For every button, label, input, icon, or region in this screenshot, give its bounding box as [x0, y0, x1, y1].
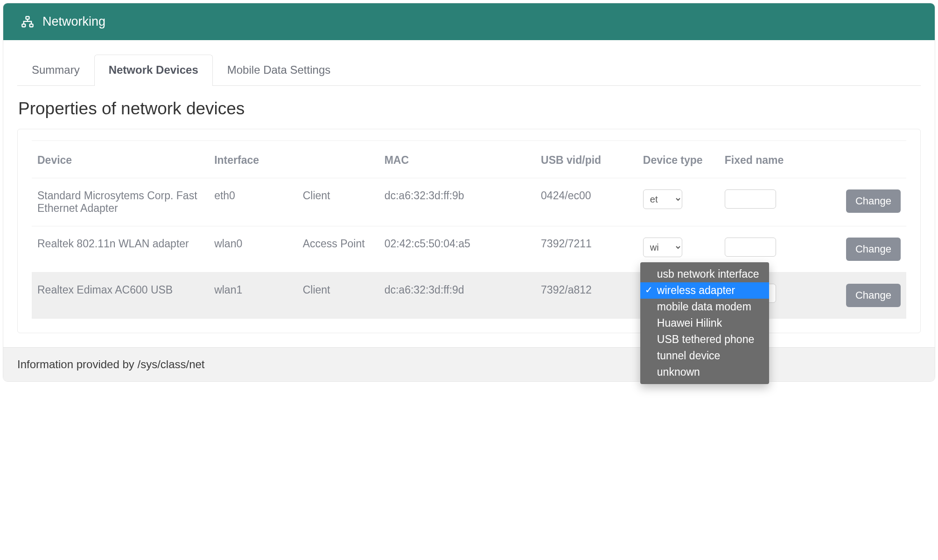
change-button[interactable]: Change: [846, 238, 901, 261]
device-type-select[interactable]: et: [643, 189, 682, 209]
cell-device: Realtek 802.11n WLAN adapter: [32, 226, 209, 273]
cell-name: [719, 178, 810, 226]
cell-mac: dc:a6:32:3d:ff:9b: [379, 178, 535, 226]
devices-table: Device Interface MAC USB vid/pid Device …: [32, 140, 906, 319]
col-header-usb: USB vid/pid: [535, 141, 637, 178]
col-header-type: Device type: [637, 141, 719, 178]
cell-interface: wlan0: [209, 226, 297, 273]
tab-mobile-data-settings[interactable]: Mobile Data Settings: [213, 55, 345, 86]
cell-interface: wlan1: [209, 273, 297, 319]
cell-action: Change: [810, 226, 906, 273]
cell-mode: Access Point: [297, 226, 379, 273]
col-header-action: [810, 141, 906, 178]
section-title: Properties of network devices: [18, 99, 921, 119]
tab-network-devices[interactable]: Network Devices: [94, 55, 213, 86]
col-header-interface: Interface: [209, 141, 297, 178]
dropdown-option[interactable]: mobile data modem: [640, 299, 770, 315]
cell-mode: Client: [297, 273, 379, 319]
table-row: Realtek 802.11n WLAN adapterwlan0Access …: [32, 226, 906, 273]
dropdown-option[interactable]: Huawei Hilink: [640, 315, 770, 331]
svg-rect-0: [26, 16, 29, 19]
cell-action: Change: [810, 273, 906, 319]
dropdown-option[interactable]: wireless adapter: [640, 282, 770, 299]
cell-action: Change: [810, 178, 906, 226]
device-type-select[interactable]: wi: [643, 238, 682, 257]
fixed-name-input[interactable]: [725, 238, 776, 257]
cell-type: et: [637, 178, 719, 226]
col-header-mode: [297, 141, 379, 178]
footer-text: Information provided by /sys/class/net: [3, 347, 935, 381]
cell-mode: Client: [297, 178, 379, 226]
col-header-name: Fixed name: [719, 141, 810, 178]
fixed-name-input[interactable]: [725, 189, 776, 209]
device-type-dropdown[interactable]: usb network interfacewireless adaptermob…: [640, 262, 770, 384]
dropdown-option[interactable]: tunnel device: [640, 348, 770, 364]
table-row: Realtex Edimax AC600 USBwlan1Clientdc:a6…: [32, 273, 906, 319]
devices-panel: Device Interface MAC USB vid/pid Device …: [17, 129, 921, 333]
cell-interface: eth0: [209, 178, 297, 226]
cell-usb: 7392/a812: [535, 273, 637, 319]
dropdown-option[interactable]: USB tethered phone: [640, 331, 770, 348]
cell-usb: 7392/7211: [535, 226, 637, 273]
cell-usb: 0424/ec00: [535, 178, 637, 226]
cell-mac: 02:42:c5:50:04:a5: [379, 226, 535, 273]
table-row: Standard Microsytems Corp. Fast Ethernet…: [32, 178, 906, 226]
svg-rect-1: [22, 24, 25, 27]
tabs: SummaryNetwork DevicesMobile Data Settin…: [17, 54, 921, 86]
change-button[interactable]: Change: [846, 189, 901, 213]
svg-rect-2: [30, 24, 33, 27]
network-icon: [21, 15, 34, 28]
change-button[interactable]: Change: [846, 284, 901, 307]
tab-summary[interactable]: Summary: [17, 55, 94, 86]
cell-device: Realtex Edimax AC600 USB: [32, 273, 209, 319]
page-title: Networking: [42, 14, 105, 29]
dropdown-option[interactable]: unknown: [640, 364, 770, 380]
cell-mac: dc:a6:32:3d:ff:9d: [379, 273, 535, 319]
col-header-mac: MAC: [379, 141, 535, 178]
col-header-device: Device: [32, 141, 209, 178]
cell-device: Standard Microsytems Corp. Fast Ethernet…: [32, 178, 209, 226]
dropdown-option[interactable]: usb network interface: [640, 266, 770, 282]
page-header: Networking: [3, 3, 935, 40]
